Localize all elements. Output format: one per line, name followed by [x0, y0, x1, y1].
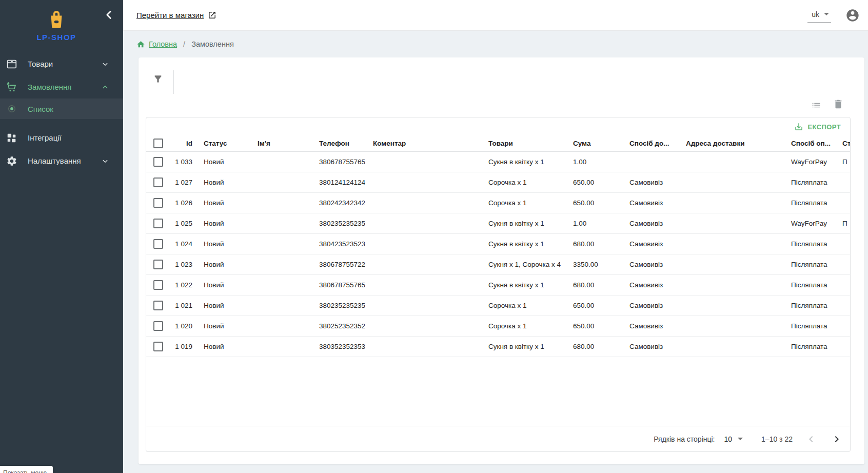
cell-payment: Післяплата — [783, 172, 834, 192]
go-to-store-label: Перейти в магазин — [136, 11, 204, 19]
breadcrumb-home-link[interactable]: Головна — [149, 40, 177, 48]
cell-comment — [365, 295, 480, 316]
cell-name — [249, 316, 311, 336]
filter-divider — [173, 70, 174, 94]
row-checkbox[interactable] — [153, 178, 163, 187]
order-row[interactable]: 1 025Новий380235235235Сукня в квітку x 1… — [146, 213, 851, 233]
row-checkbox[interactable] — [153, 301, 163, 310]
go-to-store-link[interactable]: Перейти в магазин — [136, 11, 216, 19]
cell-goods: Сукня в квітку x 1 — [480, 336, 565, 357]
column-header-2[interactable]: Ім'я — [249, 136, 311, 151]
delete-button[interactable] — [833, 98, 844, 110]
user-menu-button[interactable] — [845, 8, 860, 23]
cell-id: 1 020 — [172, 316, 195, 336]
row-checkbox[interactable] — [153, 280, 163, 290]
cell-address — [678, 336, 783, 357]
cell-phone: 380252352352 — [311, 316, 365, 336]
sidebar-item-integrations[interactable]: Інтеграції — [0, 126, 123, 149]
sidebar-menu: Товари Замовлення Список — [0, 52, 123, 172]
cell-delivery: Самовивіз — [621, 213, 678, 233]
order-row[interactable]: 1 021Новий380235235235Сорочка x 1650.00С… — [146, 295, 851, 316]
row-checkbox[interactable] — [153, 342, 163, 351]
column-header-4[interactable]: Коментар — [365, 136, 480, 151]
cell-sum: 1.00 — [565, 151, 621, 172]
filter-button[interactable] — [153, 74, 169, 90]
cell-sum: 680.00 — [565, 233, 621, 254]
order-row[interactable]: 1 024Новий380423523523Сукня в квітку x 1… — [146, 233, 851, 254]
order-row[interactable]: 1 033Новий380678755765Сукня в квітку x 1… — [146, 151, 851, 172]
caret-down-icon — [738, 438, 743, 440]
cell-delivery: Самовивіз — [621, 233, 678, 254]
sidebar-item-orders-list[interactable]: Список — [0, 98, 123, 119]
cell-payment: Післяплата — [783, 254, 834, 274]
select-columns-button[interactable] — [811, 100, 822, 111]
row-checkbox[interactable] — [153, 321, 163, 331]
orders-table-body: 1 033Новий380678755765Сукня в квітку x 1… — [146, 151, 851, 357]
row-checkbox[interactable] — [153, 219, 163, 228]
column-header-10[interactable]: Ст — [834, 136, 851, 151]
home-icon — [136, 40, 145, 49]
cell-pay_status — [834, 254, 851, 274]
cell-status: Новий — [195, 336, 249, 357]
sidebar-collapse-button[interactable] — [102, 8, 115, 22]
cell-delivery: Самовивіз — [621, 316, 678, 336]
cell-phone: 380423523523 — [311, 233, 365, 254]
order-row[interactable]: 1 023Новий380678755722Сукня x 1, Сорочка… — [146, 254, 851, 274]
column-header-7[interactable]: Спосіб до... — [621, 136, 678, 151]
cell-goods: Сукня в квітку x 1 — [480, 233, 565, 254]
cell-sum: 650.00 — [565, 295, 621, 316]
language-select[interactable]: uk — [807, 8, 831, 23]
cell-address — [678, 213, 783, 233]
cell-name — [249, 151, 311, 172]
select-all-checkbox[interactable] — [153, 139, 163, 148]
breadcrumb: Головна / Замовлення — [123, 31, 868, 57]
order-row[interactable]: 1 026Новий380242342342Сорочка x 1650.00С… — [146, 192, 851, 213]
cell-checkbox — [146, 151, 172, 172]
order-row[interactable]: 1 022Новий380678755765Сукня в квітку x 1… — [146, 274, 851, 295]
cell-address — [678, 192, 783, 213]
cell-payment: WayForPay — [783, 151, 834, 172]
column-header-9[interactable]: Спосіб оп... — [783, 136, 834, 151]
order-row[interactable]: 1 027Новий380124124124Сорочка x 1650.00С… — [146, 172, 851, 192]
column-header-6[interactable]: Сума — [565, 136, 621, 151]
rows-per-page-select[interactable]: 10 — [724, 435, 743, 443]
order-row[interactable]: 1 019Новий380352352353Сукня в квітку x 1… — [146, 336, 851, 357]
cell-sum: 1.00 — [565, 213, 621, 233]
row-checkbox[interactable] — [153, 198, 163, 208]
cell-name — [249, 172, 311, 192]
table-header-row: idСтатусІм'яТелефонКоментарТовариСумаСпо… — [146, 136, 851, 151]
cell-delivery: Самовивіз — [621, 172, 678, 192]
row-checkbox[interactable] — [153, 157, 163, 167]
cell-status: Новий — [195, 254, 249, 274]
column-header-1[interactable]: Статус — [195, 136, 249, 151]
column-header-5[interactable]: Товари — [480, 136, 565, 151]
sidebar-item-orders[interactable]: Замовлення — [0, 75, 123, 98]
column-header-3[interactable]: Телефон — [311, 136, 365, 151]
logo-text: LP-SHOP — [0, 33, 113, 42]
export-button[interactable]: ЕКСПОРТ — [790, 120, 845, 133]
cell-sum: 680.00 — [565, 336, 621, 357]
cell-comment — [365, 192, 480, 213]
cell-comment — [365, 233, 480, 254]
rows-per-page-label: Рядків на сторінці: — [654, 435, 715, 443]
cell-address — [678, 151, 783, 172]
sidebar-item-products[interactable]: Товари — [0, 52, 123, 75]
previous-page-button[interactable] — [804, 432, 818, 446]
cell-pay_status: П — [834, 151, 851, 172]
order-row[interactable]: 1 020Новий380252352352Сорочка x 1650.00С… — [146, 316, 851, 336]
row-checkbox[interactable] — [153, 260, 163, 269]
cell-id: 1 019 — [172, 336, 195, 357]
cell-id: 1 024 — [172, 233, 195, 254]
cell-pay_status — [834, 274, 851, 295]
row-checkbox[interactable] — [153, 239, 163, 249]
cell-comment — [365, 336, 480, 357]
column-header-id[interactable]: id — [172, 136, 195, 151]
cell-sum: 3350.00 — [565, 254, 621, 274]
next-page-button[interactable] — [830, 432, 844, 446]
sidebar: LP-SHOP Товари Замовлення — [0, 0, 123, 473]
column-header-8[interactable]: Адреса доставки — [678, 136, 783, 151]
cell-status: Новий — [195, 233, 249, 254]
cell-name — [249, 295, 311, 316]
trash-icon — [833, 98, 844, 110]
sidebar-item-settings[interactable]: Налаштування — [0, 149, 123, 172]
